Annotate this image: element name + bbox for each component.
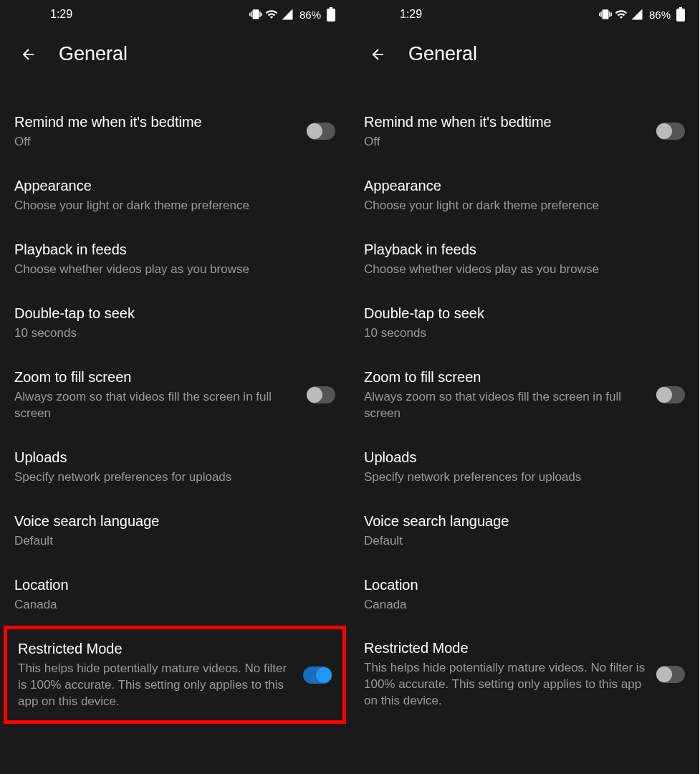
- status-icons: 86%: [599, 7, 685, 22]
- setting-zoom[interactable]: Zoom to fill screen Always zoom so that …: [0, 355, 350, 435]
- setting-subtitle: Off: [14, 134, 298, 150]
- vibrate-icon: [249, 8, 262, 21]
- setting-playback[interactable]: Playback in feeds Choose whether videos …: [0, 227, 350, 291]
- restricted-mode-toggle[interactable]: [656, 666, 685, 683]
- setting-title: Zoom to fill screen: [14, 368, 298, 386]
- setting-voice-search[interactable]: Voice search language Default: [0, 499, 350, 563]
- setting-subtitle: Choose whether videos play as you browse: [364, 262, 685, 278]
- setting-subtitle: Default: [14, 533, 335, 550]
- setting-title: Location: [14, 575, 335, 594]
- setting-title: Voice search language: [364, 512, 685, 530]
- setting-title: Double-tap to seek: [364, 304, 685, 322]
- setting-title: Appearance: [14, 176, 335, 195]
- header: General: [0, 29, 350, 85]
- setting-appearance[interactable]: Appearance Choose your light or dark the…: [0, 163, 350, 227]
- header: General: [350, 29, 699, 85]
- setting-title: Uploads: [364, 448, 685, 467]
- setting-voice-search[interactable]: Voice search language Default: [350, 499, 699, 563]
- battery-icon: [327, 7, 335, 22]
- svg-rect-2: [676, 9, 685, 22]
- setting-subtitle: Always zoom so that videos fill the scre…: [364, 389, 648, 422]
- setting-bedtime[interactable]: Remind me when it's bedtime Off: [0, 100, 350, 163]
- battery-icon: [676, 7, 685, 22]
- setting-subtitle: This helps hide potentially mature video…: [364, 660, 648, 710]
- setting-subtitle: Choose your light or dark theme preferen…: [364, 198, 685, 214]
- setting-subtitle: Off: [364, 134, 648, 150]
- setting-title: Appearance: [364, 176, 685, 195]
- setting-subtitle: 10 seconds: [364, 325, 685, 342]
- setting-title: Uploads: [14, 448, 335, 467]
- setting-title: Playback in feeds: [364, 240, 685, 259]
- setting-restricted-mode[interactable]: Restricted Mode This helps hide potentia…: [350, 626, 699, 722]
- svg-rect-0: [327, 9, 335, 22]
- settings-list: Remind me when it's bedtime Off Appearan…: [0, 85, 350, 724]
- restricted-mode-toggle[interactable]: [303, 666, 332, 684]
- setting-subtitle: 10 seconds: [14, 325, 335, 342]
- setting-subtitle: Canada: [364, 597, 685, 613]
- status-time: 1:29: [50, 8, 72, 21]
- setting-location[interactable]: Location Canada: [350, 563, 699, 626]
- back-button[interactable]: [370, 46, 387, 63]
- setting-location[interactable]: Location Canada: [0, 563, 350, 626]
- setting-title: Restricted Mode: [18, 639, 294, 658]
- setting-title: Playback in feeds: [14, 240, 335, 259]
- wifi-icon: [265, 8, 278, 21]
- status-icons: 86%: [249, 7, 335, 22]
- battery-percent: 86%: [649, 9, 671, 21]
- setting-title: Restricted Mode: [364, 639, 648, 657]
- setting-title: Remind me when it's bedtime: [364, 113, 648, 131]
- page-title: General: [59, 43, 128, 65]
- setting-bedtime[interactable]: Remind me when it's bedtime Off: [350, 100, 699, 163]
- setting-title: Location: [364, 575, 685, 594]
- page-title: General: [408, 43, 477, 65]
- setting-subtitle: Specify network preferences for uploads: [364, 469, 685, 486]
- setting-zoom[interactable]: Zoom to fill screen Always zoom so that …: [350, 355, 699, 435]
- zoom-toggle[interactable]: [656, 386, 685, 403]
- setting-subtitle: Always zoom so that videos fill the scre…: [14, 389, 298, 422]
- signal-icon: [631, 8, 643, 21]
- setting-title: Zoom to fill screen: [364, 368, 648, 386]
- setting-doubletap[interactable]: Double-tap to seek 10 seconds: [350, 291, 699, 355]
- screen-left: 1:29 86% General Remind me when it's: [0, 0, 350, 774]
- status-bar: 1:29 86%: [350, 0, 699, 29]
- status-time: 1:29: [400, 8, 422, 21]
- battery-percent: 86%: [299, 9, 321, 21]
- setting-appearance[interactable]: Appearance Choose your light or dark the…: [350, 163, 699, 227]
- bedtime-toggle[interactable]: [656, 123, 685, 140]
- bedtime-toggle[interactable]: [307, 123, 335, 140]
- setting-title: Remind me when it's bedtime: [14, 113, 298, 131]
- status-bar: 1:29 86%: [0, 0, 350, 29]
- setting-subtitle: Default: [364, 533, 685, 550]
- vibrate-icon: [599, 8, 612, 21]
- setting-subtitle: Canada: [14, 597, 335, 613]
- zoom-toggle[interactable]: [307, 386, 335, 403]
- svg-rect-3: [679, 7, 682, 9]
- svg-rect-1: [330, 7, 332, 9]
- setting-title: Voice search language: [14, 512, 335, 530]
- signal-icon: [281, 8, 294, 21]
- setting-title: Double-tap to seek: [14, 304, 335, 322]
- setting-uploads[interactable]: Uploads Specify network preferences for …: [350, 435, 699, 499]
- setting-subtitle: Specify network preferences for uploads: [14, 469, 335, 486]
- setting-uploads[interactable]: Uploads Specify network preferences for …: [0, 435, 350, 499]
- back-button[interactable]: [20, 46, 37, 63]
- screen-right: 1:29 86% General Remind me when it's: [350, 0, 699, 774]
- settings-list: Remind me when it's bedtime Off Appearan…: [350, 85, 699, 722]
- setting-restricted-mode[interactable]: Restricted Mode This helps hide potentia…: [4, 626, 346, 724]
- setting-doubletap[interactable]: Double-tap to seek 10 seconds: [0, 291, 350, 355]
- setting-playback[interactable]: Playback in feeds Choose whether videos …: [350, 227, 699, 291]
- wifi-icon: [615, 8, 628, 21]
- setting-subtitle: Choose whether videos play as you browse: [14, 262, 335, 278]
- setting-subtitle: This helps hide potentially mature video…: [18, 661, 294, 710]
- setting-subtitle: Choose your light or dark theme preferen…: [14, 198, 335, 214]
